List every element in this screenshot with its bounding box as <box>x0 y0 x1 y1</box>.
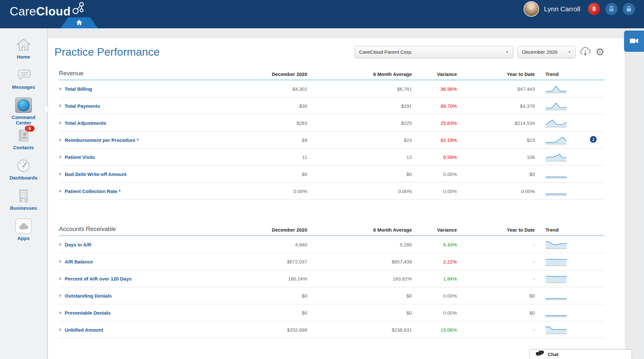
value-variance: 62.19% <box>412 137 457 143</box>
sidebar-item-command-center[interactable]: Command Center <box>0 97 47 127</box>
cloud-download-button[interactable] <box>580 46 591 58</box>
expand-arrow-icon[interactable] <box>60 294 62 297</box>
value-6month-average: 183.62% <box>307 276 412 281</box>
home-tab-icon <box>76 19 83 27</box>
video-camera-icon <box>629 37 639 46</box>
settings-button[interactable]: ⚙ <box>595 47 604 57</box>
period-select[interactable]: December 2020 ▼ <box>517 46 575 58</box>
table-row[interactable]: Percent of A/R over 120 Days180.24%183.6… <box>59 270 604 287</box>
value-december: 4,940 <box>227 242 307 247</box>
metric-label[interactable]: Reimbursement per Procedure * <box>65 137 138 143</box>
value-december: $0 <box>227 171 307 177</box>
table-row[interactable]: Days in A/R4,9405,2806.43%- <box>59 236 604 253</box>
owl-icon <box>608 5 615 14</box>
company-select[interactable]: CareCloud Parent Corp. ▼ <box>355 46 513 58</box>
value-6month-average: $0 <box>307 310 412 316</box>
value-year-to-date: $214,534 <box>457 120 535 126</box>
value-year-to-date: $4,378 <box>457 103 535 109</box>
expand-arrow-icon[interactable] <box>60 121 62 124</box>
value-year-to-date: $47,443 <box>457 86 535 92</box>
expand-arrow-icon[interactable] <box>60 138 62 142</box>
value-6month-average: $657,439 <box>307 259 412 264</box>
table-row[interactable]: A/R Balance$672,037$657,4392.22%- <box>59 253 604 270</box>
expand-arrow-icon[interactable] <box>60 87 62 90</box>
expand-arrow-icon[interactable] <box>60 189 62 193</box>
owl-assistant-button[interactable] <box>605 3 618 15</box>
table-row[interactable]: Total Adjustments$283$22525.63%$214,534 <box>59 115 604 132</box>
table-row[interactable]: Patient Visits11129.59%108 <box>59 149 604 166</box>
metric-label[interactable]: Days in A/R <box>65 242 91 247</box>
sidebar-item-home[interactable]: Home <box>0 37 47 67</box>
video-call-button[interactable] <box>624 31 644 52</box>
value-6month-average: $23 <box>307 137 412 143</box>
command-center-icon <box>15 97 32 113</box>
contacts-badge: 4 <box>24 125 35 132</box>
metric-label[interactable]: Bad Debt Write-off Amount <box>65 171 127 177</box>
sidebar-item-messages[interactable]: Messages <box>0 67 47 97</box>
column-header-year-to-date: Year to Date <box>457 227 535 233</box>
note-balloon-icon[interactable]: 1 <box>590 136 597 143</box>
expand-arrow-icon[interactable] <box>60 260 62 263</box>
practice-performance-card: Practice Performance CareCloud Parent Co… <box>48 38 625 359</box>
value-variance: 2.22% <box>412 259 457 264</box>
value-year-to-date: 0.00% <box>457 189 535 194</box>
metric-label[interactable]: Percent of A/R over 120 Days <box>65 276 132 281</box>
table-row[interactable]: Total Payments$30$29189.70%$4,378 <box>59 97 604 115</box>
metric-label[interactable]: Preventable Denials <box>65 310 111 316</box>
value-variance: 0.00% <box>412 189 457 194</box>
column-header-variance: Variance <box>412 71 457 77</box>
value-december: 0.00% <box>227 189 307 194</box>
metric-label[interactable]: Total Billing <box>65 86 92 92</box>
expand-arrow-icon[interactable] <box>60 328 62 331</box>
table-row[interactable]: Preventable Denials$0$00.00%$0 <box>59 304 604 321</box>
value-december: 180.24% <box>227 276 307 281</box>
table-row[interactable]: Bad Debt Write-off Amount$0$00.00%$0 <box>59 166 604 183</box>
table-row[interactable]: Unbilled Amount$202,698$238,63115.06%- <box>59 321 604 338</box>
expand-arrow-icon[interactable] <box>60 172 62 176</box>
value-year-to-date: - <box>457 259 535 264</box>
expand-arrow-icon[interactable] <box>60 104 62 107</box>
value-variance: 9.59% <box>412 154 457 160</box>
table-row[interactable]: Total Billing$4,302$6,78136.56%$47,443 <box>59 80 604 97</box>
metric-label[interactable]: Outstanding Denials <box>65 293 112 299</box>
lock-button[interactable] <box>623 3 635 15</box>
sidebar-item-contacts[interactable]: 4 Contacts <box>0 127 47 158</box>
value-year-to-date: $23 <box>457 137 535 143</box>
chevron-down-icon: ▼ <box>568 50 571 54</box>
table-row[interactable]: Reimbursement per Procedure *$9$2362.19%… <box>59 132 604 149</box>
sidebar-navigation: Home Messages Command Center <box>0 28 47 359</box>
value-december: $4,302 <box>227 86 307 92</box>
metric-label[interactable]: Unbilled Amount <box>65 327 103 333</box>
expand-arrow-icon[interactable] <box>60 311 62 314</box>
chat-icon <box>535 351 545 358</box>
notification-badge[interactable]: 8 <box>588 3 600 15</box>
value-6month-average: $291 <box>307 103 412 109</box>
expand-arrow-icon[interactable] <box>60 243 62 246</box>
metric-label[interactable]: Patient Visits <box>65 154 95 160</box>
metric-label[interactable]: Patient Collection Rate * <box>65 189 120 194</box>
metric-label[interactable]: A/R Balance <box>65 259 93 264</box>
sidebar-item-apps[interactable]: Apps <box>0 218 47 248</box>
apps-icon <box>15 218 32 234</box>
metric-label[interactable]: Total Adjustments <box>65 120 106 126</box>
user-name[interactable]: Lynn Carroll <box>544 5 580 13</box>
expand-arrow-icon[interactable] <box>60 155 62 159</box>
home-icon <box>16 37 31 53</box>
value-variance: 0.00% <box>412 293 457 299</box>
sidebar-item-businesses[interactable]: Businesses <box>0 188 47 218</box>
trend-sparkline <box>545 325 567 335</box>
app-root: CareCloud Lynn Carroll 8 <box>0 0 644 359</box>
sidebar-item-dashboards[interactable]: Dashboards <box>0 158 47 188</box>
metric-label[interactable]: Total Payments <box>65 103 100 109</box>
trend-sparkline <box>545 118 567 128</box>
selected-item-notch <box>44 106 48 112</box>
trend-sparkline <box>545 84 567 94</box>
cloud-icon <box>18 222 29 230</box>
expand-arrow-icon[interactable] <box>60 277 62 280</box>
chat-bar[interactable]: Chat <box>529 349 632 359</box>
table-row[interactable]: Outstanding Denials$0$00.00%$0 <box>59 287 604 304</box>
value-december: $202,698 <box>227 327 307 333</box>
table-row[interactable]: Patient Collection Rate *0.00%0.00%0.00%… <box>59 183 604 200</box>
user-avatar[interactable] <box>524 1 539 17</box>
value-6month-average: $6,781 <box>307 86 412 92</box>
